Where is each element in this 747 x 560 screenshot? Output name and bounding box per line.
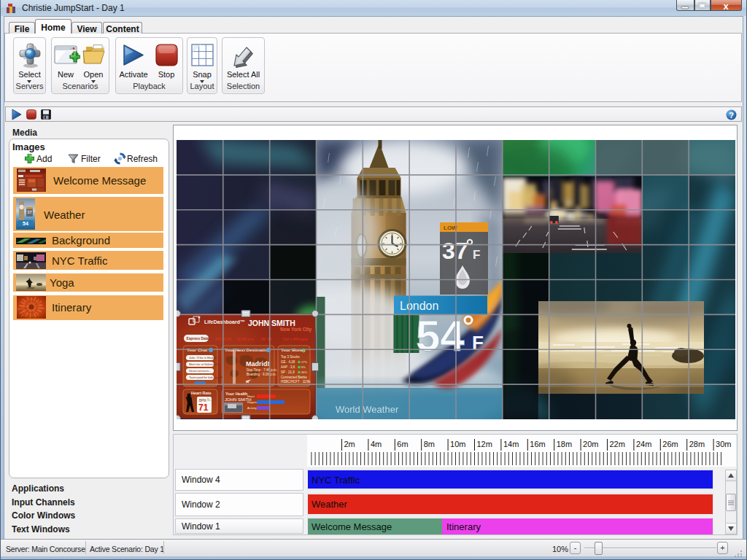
svg-text:Great contracts...: Great contracts... [189, 369, 212, 373]
svg-text:Boarding · 9:26 p.m.: Boarding · 9:26 p.m. [247, 373, 276, 376]
svg-text:F: F [473, 248, 480, 262]
svg-text:54: 54 [23, 221, 28, 226]
svg-text:World Weather: World Weather [336, 404, 399, 415]
svg-text:37: 37 [442, 238, 468, 264]
svg-text:Taxes paid for kids' say HI: Taxes paid for kids' say HI [189, 376, 222, 379]
svg-text:09:00 a.m.: 09:00 a.m. [237, 337, 255, 341]
svg-text:12m: 12m [477, 440, 492, 448]
svg-text:Heart Rate: Heart Rate [191, 391, 212, 395]
svg-text:24m: 24m [636, 440, 651, 448]
svg-text:17%: 17% [301, 360, 307, 364]
svg-text:GE · 4,28: GE · 4,28 [281, 360, 295, 364]
svg-text:Weather: Weather [311, 499, 348, 510]
svg-text:Meet me at Valencia's!: Meet me at Valencia's! [189, 362, 218, 366]
svg-text:37: 37 [27, 210, 32, 214]
svg-text:Madrid!: Madrid! [246, 360, 270, 368]
svg-text:28m: 28m [689, 440, 705, 448]
svg-text:x: x [723, 1, 729, 10]
svg-text:18m: 18m [557, 440, 572, 448]
svg-text:Express Data: Express Data [187, 337, 209, 341]
svg-text:8m: 8m [424, 440, 435, 448]
svg-text:F: F [472, 332, 484, 354]
svg-text:22m: 22m [610, 440, 625, 448]
svg-text:26m: 26m [662, 440, 678, 448]
svg-text:Itinerary: Itinerary [446, 521, 481, 532]
svg-text:29° 85: 29° 85 [261, 337, 272, 341]
svg-text:54: 54 [416, 311, 465, 360]
svg-text:London: London [400, 300, 438, 312]
svg-text:AAP · 3,6: AAP · 3,6 [281, 365, 295, 369]
svg-text:16m: 16m [530, 440, 545, 448]
svg-text:Julie, I'll be in Madrid!: Julie, I'll be in Madrid! [189, 356, 217, 359]
svg-text:?: ? [729, 111, 734, 120]
svg-text:46%: 46% [301, 370, 307, 374]
svg-text:LifeDashboard™: LifeDashboard™ [204, 319, 245, 324]
svg-text:New York City: New York City [280, 327, 311, 332]
svg-text:Cal o 464 ppm: Cal o 464 ppm [283, 337, 308, 341]
svg-text:10m: 10m [450, 440, 465, 448]
svg-text:2m: 2m [344, 440, 355, 448]
svg-text:Activity: Activity [247, 406, 257, 410]
svg-text:71: 71 [198, 402, 209, 413]
svg-text:Your Health: Your Health [225, 392, 248, 396]
svg-text:$: $ [302, 347, 306, 354]
svg-text:NYC Traffic: NYC Traffic [311, 475, 360, 486]
svg-text:30m: 30m [716, 440, 731, 448]
svg-text:Top 3 Stocks: Top 3 Stocks [281, 355, 301, 359]
svg-text:8%: 8% [301, 365, 306, 369]
svg-text:HSBC/HCFT · 11/9k: HSBC/HCFT · 11/9k [281, 380, 311, 384]
svg-text:Dep.Time · 7:46 p.m.: Dep.Time · 7:46 p.m. [247, 368, 277, 372]
svg-text:Contracted Banks: Contracted Banks [281, 376, 308, 379]
svg-text:14m: 14m [503, 440, 519, 448]
svg-text:Welcome Message: Welcome Message [311, 521, 392, 532]
svg-text:Heart: Heart [247, 394, 255, 398]
svg-text:SP · 21,9: SP · 21,9 [281, 370, 295, 374]
svg-text:6m: 6m [397, 440, 408, 448]
svg-text:20m: 20m [583, 440, 598, 448]
svg-text:4m: 4m [371, 440, 382, 448]
